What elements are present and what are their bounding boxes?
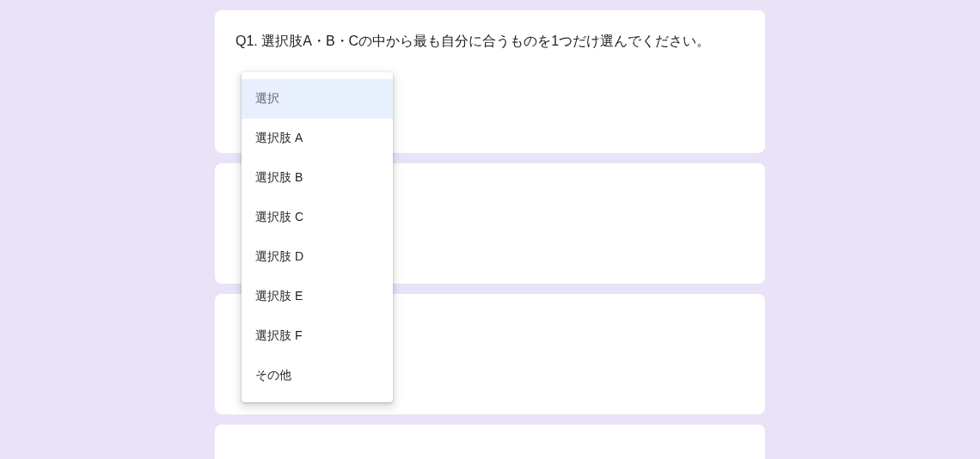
question-card-4 [215, 425, 765, 459]
dropdown-menu[interactable]: 選択 選択肢 A 選択肢 B 選択肢 C 選択肢 D 選択肢 E 選択肢 F そ… [242, 72, 393, 402]
dropdown-option-b[interactable]: 選択肢 B [242, 158, 393, 198]
dropdown-placeholder[interactable]: 選択 [242, 79, 393, 119]
dropdown-option-other[interactable]: その他 [242, 356, 393, 395]
dropdown-option-e[interactable]: 選択肢 E [242, 277, 393, 316]
dropdown-option-d[interactable]: 選択肢 D [242, 237, 393, 277]
dropdown-option-f[interactable]: 選択肢 F [242, 316, 393, 356]
question-text: 選択肢A・B・Cの中から最も自分に合うものを1つだけ選んでください。 [261, 34, 710, 48]
question-title: Q1. 選択肢A・B・Cの中から最も自分に合うものを1つだけ選んでください。 [236, 31, 744, 52]
question-number: Q1. [236, 34, 258, 48]
dropdown-option-a[interactable]: 選択肢 A [242, 119, 393, 158]
dropdown-option-c[interactable]: 選択肢 C [242, 198, 393, 237]
